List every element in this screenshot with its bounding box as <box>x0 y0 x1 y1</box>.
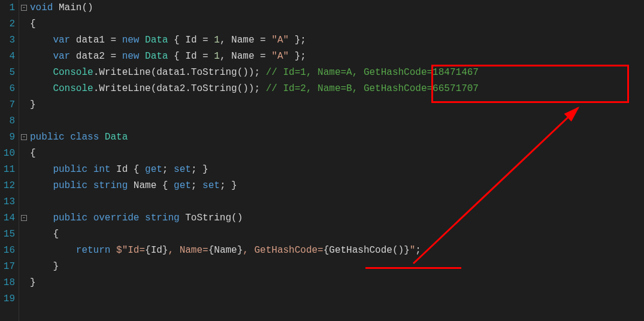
line-number: 6 <box>0 81 15 97</box>
token-plain <box>30 83 53 94</box>
fold-marker[interactable] <box>19 226 29 243</box>
token-plain <box>110 245 116 256</box>
line-number: 19 <box>0 291 15 307</box>
token-plain: data1 = <box>70 35 122 46</box>
token-plain <box>65 132 71 143</box>
code-line[interactable]: } <box>30 275 644 291</box>
token-plain <box>30 164 53 175</box>
fold-marker[interactable] <box>19 65 29 81</box>
line-number: 14 <box>0 210 15 226</box>
code-line[interactable]: } <box>30 97 644 113</box>
token-kw: override <box>93 213 140 223</box>
token-plain <box>30 51 53 62</box>
code-line[interactable]: public int Id { get; set; } <box>30 162 644 178</box>
fold-marker[interactable] <box>19 49 29 65</box>
token-str: " <box>410 245 416 256</box>
token-kw: return <box>76 245 111 256</box>
token-str: , GetHashCode= <box>243 245 323 256</box>
fold-gutter[interactable]: --- <box>19 0 29 321</box>
token-plain: {Id} <box>145 245 168 256</box>
code-line[interactable]: Console.WriteLine(data1.ToString()); // … <box>30 65 644 81</box>
token-type: Data <box>145 35 168 46</box>
fold-marker[interactable] <box>19 16 29 32</box>
fold-marker[interactable] <box>19 178 29 194</box>
code-line[interactable]: public string Name { get; set; } <box>30 178 644 194</box>
code-line[interactable]: var data1 = new Data { Id = 1, Name = "A… <box>30 32 644 49</box>
token-plain: {GetHashCode()} <box>323 245 410 256</box>
code-line[interactable] <box>30 194 644 210</box>
fold-marker[interactable] <box>19 97 29 113</box>
fold-marker[interactable] <box>19 194 29 210</box>
token-str: $"Id= <box>116 245 145 256</box>
code-line[interactable]: Console.WriteLine(data2.ToString()); // … <box>30 81 644 97</box>
fold-marker[interactable] <box>19 162 29 178</box>
fold-marker[interactable]: - <box>19 0 29 16</box>
token-plain: Id { <box>110 164 145 175</box>
fold-marker[interactable] <box>19 275 29 291</box>
line-number: 18 <box>0 275 15 291</box>
token-plain <box>30 180 53 191</box>
code-editor[interactable]: 12345678910111213141516171819 --- void M… <box>0 0 644 321</box>
collapse-icon[interactable]: - <box>21 134 27 140</box>
collapse-icon[interactable]: - <box>21 5 27 11</box>
line-number: 8 <box>0 113 15 129</box>
code-area[interactable]: void Main(){ var data1 = new Data { Id =… <box>29 0 644 321</box>
token-kw: get <box>174 180 191 191</box>
line-number: 5 <box>0 65 15 81</box>
token-plain <box>30 245 76 256</box>
token-type: Data <box>145 51 168 62</box>
token-plain: }; <box>289 35 306 46</box>
token-plain: ; <box>162 164 174 175</box>
token-plain: .WriteLine(data2.ToString()); <box>93 83 266 94</box>
token-plain: { <box>30 148 36 159</box>
token-kw: public <box>53 164 87 175</box>
fold-marker[interactable]: - <box>19 129 29 146</box>
token-kw: string <box>145 213 180 223</box>
token-str: "A" <box>271 35 289 46</box>
code-line[interactable]: return $"Id={Id}, Name={Name}, GetHashCo… <box>30 243 644 259</box>
token-plain: ; } <box>220 180 237 191</box>
code-line[interactable]: var data2 = new Data { Id = 1, Name = "A… <box>30 49 644 65</box>
token-plain <box>139 51 145 62</box>
token-plain: { <box>30 19 36 29</box>
code-line[interactable]: { <box>30 226 644 243</box>
token-kw: new <box>122 51 140 62</box>
token-plain <box>87 164 93 175</box>
fold-marker[interactable] <box>19 146 29 162</box>
code-line[interactable]: { <box>30 16 644 32</box>
code-line[interactable] <box>30 113 644 129</box>
code-line[interactable]: public override string ToString() <box>30 210 644 226</box>
token-plain: , Name = <box>220 35 271 46</box>
code-line[interactable]: public class Data <box>30 129 644 146</box>
line-number: 3 <box>0 32 15 49</box>
fold-marker[interactable] <box>19 243 29 259</box>
token-plain: {Name} <box>208 245 243 256</box>
line-number: 9 <box>0 129 15 146</box>
code-line[interactable]: { <box>30 146 644 162</box>
fold-marker[interactable] <box>19 291 29 307</box>
code-line[interactable]: void Main() <box>30 0 644 16</box>
code-line[interactable] <box>30 291 644 307</box>
line-number: 7 <box>0 97 15 113</box>
fold-marker[interactable]: - <box>19 210 29 226</box>
line-number: 15 <box>0 226 15 243</box>
token-plain <box>87 213 93 223</box>
token-plain: ; <box>191 180 202 191</box>
fold-marker[interactable] <box>19 32 29 49</box>
fold-marker[interactable] <box>19 113 29 129</box>
token-num: 1 <box>214 35 220 46</box>
token-kw: var <box>53 35 70 46</box>
token-kw: get <box>145 164 162 175</box>
token-plain <box>30 35 53 46</box>
collapse-icon[interactable]: - <box>21 215 27 221</box>
token-kw: class <box>70 132 99 143</box>
line-number-gutter: 12345678910111213141516171819 <box>0 0 19 321</box>
token-plain <box>139 213 145 223</box>
line-number: 13 <box>0 194 15 210</box>
fold-marker[interactable] <box>19 81 29 97</box>
token-plain: { <box>30 229 59 240</box>
token-plain <box>30 67 53 78</box>
code-line[interactable]: } <box>30 259 644 275</box>
line-number: 1 <box>0 0 15 16</box>
fold-marker[interactable] <box>19 259 29 275</box>
